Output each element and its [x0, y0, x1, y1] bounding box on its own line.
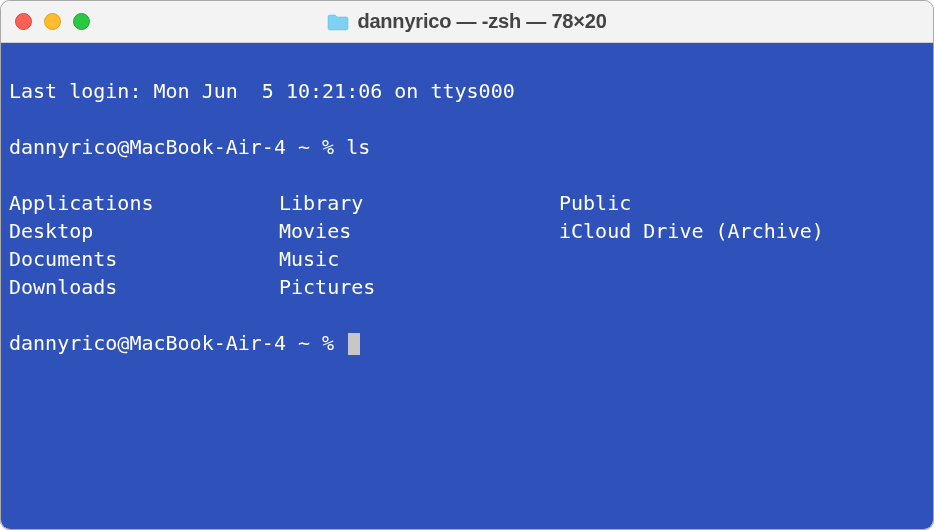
- titlebar[interactable]: dannyrico — -zsh — 78×20: [1, 1, 933, 43]
- window-title: dannyrico — -zsh — 78×20: [357, 10, 606, 33]
- prompt-text: dannyrico@MacBook-Air-4 ~ %: [9, 331, 346, 355]
- ls-item: Music: [279, 245, 559, 273]
- ls-item: Public: [559, 189, 925, 217]
- folder-icon: [327, 13, 349, 31]
- title-center: dannyrico — -zsh — 78×20: [1, 10, 933, 33]
- terminal-window: dannyrico — -zsh — 78×20 Last login: Mon…: [0, 0, 934, 530]
- ls-item: Library: [279, 189, 559, 217]
- prompt-line-2[interactable]: dannyrico@MacBook-Air-4 ~ %: [9, 329, 925, 357]
- close-button[interactable]: [15, 13, 32, 30]
- minimize-button[interactable]: [44, 13, 61, 30]
- maximize-button[interactable]: [73, 13, 90, 30]
- ls-item: Downloads: [9, 273, 279, 301]
- ls-output: ApplicationsLibraryPublic DesktopMoviesi…: [9, 189, 925, 301]
- command-ls: ls: [346, 135, 370, 159]
- ls-item: iCloud Drive (Archive): [559, 217, 925, 245]
- terminal-viewport[interactable]: Last login: Mon Jun 5 10:21:06 on ttys00…: [1, 43, 933, 529]
- cursor: [348, 333, 360, 355]
- prompt-text: dannyrico@MacBook-Air-4 ~ %: [9, 135, 346, 159]
- ls-item: Movies: [279, 217, 559, 245]
- ls-item: Applications: [9, 189, 279, 217]
- ls-item: Desktop: [9, 217, 279, 245]
- prompt-line-1: dannyrico@MacBook-Air-4 ~ % ls: [9, 133, 925, 161]
- ls-item: [559, 245, 925, 273]
- traffic-lights: [15, 13, 90, 30]
- ls-item: Pictures: [279, 273, 559, 301]
- ls-item: [559, 273, 925, 301]
- last-login-line: Last login: Mon Jun 5 10:21:06 on ttys00…: [9, 77, 925, 105]
- ls-item: Documents: [9, 245, 279, 273]
